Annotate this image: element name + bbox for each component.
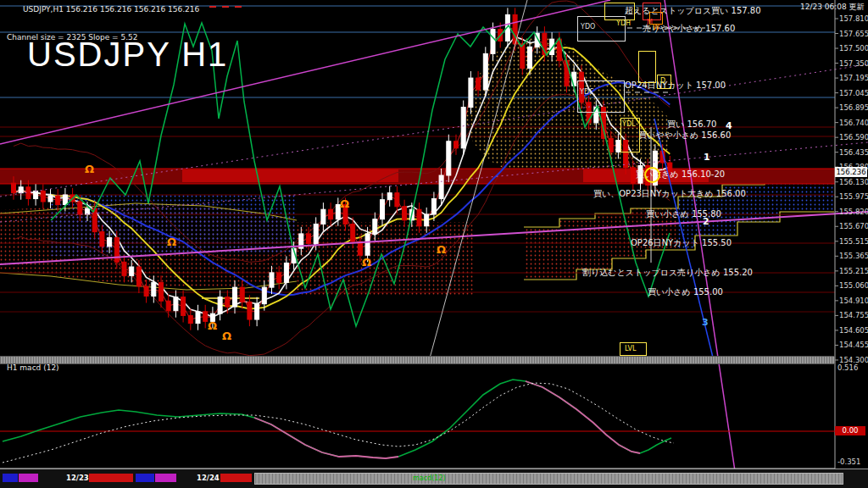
- panel-resize-handle[interactable]: [0, 356, 835, 364]
- price-tick-label: 155.670: [839, 223, 868, 230]
- price-tick-label: 156.435: [839, 149, 868, 157]
- omega-marker: Ω: [437, 243, 446, 256]
- box-label-ydh: YDH: [616, 19, 631, 27]
- price-annotation: OP26日NYカット 155.50: [631, 239, 732, 247]
- price-tick-label: 157.350: [839, 60, 868, 68]
- price-tick-label: 156.590: [839, 134, 868, 141]
- annotation-box-ydh: [604, 3, 635, 20]
- timeline-date-label: 12/23: [66, 474, 89, 482]
- price-tick-label: 154.910: [839, 297, 868, 305]
- omega-marker: Ω: [208, 319, 217, 332]
- price-annotation: 買い小さめ 155.00: [648, 288, 723, 297]
- price-tick-label: 155.215: [839, 268, 868, 275]
- session-segment: [220, 474, 252, 482]
- macd-max-label: 0.516: [837, 364, 858, 372]
- price-tick-label: 156.895: [839, 104, 868, 112]
- price-tick-label: 157.045: [839, 90, 868, 97]
- last-update-timestamp: 12/23 06:08 更新: [800, 3, 865, 11]
- trading-app-window: USDJPY,H1 156.216 156.216 156.216 156.21…: [0, 0, 868, 488]
- price-tick-label: 157.810: [839, 15, 868, 23]
- box-label-ydl: YDL: [622, 120, 636, 128]
- price-tick-label: 155.060: [839, 282, 868, 290]
- session-segment: [3, 474, 18, 482]
- price-tick-label: 154.455: [839, 341, 868, 349]
- annotation-box-ydc: [577, 80, 625, 113]
- omega-marker: Ω: [85, 163, 94, 175]
- current-price-tag: 156.236: [835, 167, 867, 177]
- wave-count-label: 3: [702, 317, 709, 328]
- omega-marker: Ω: [167, 236, 176, 248]
- price-annotation: 買い 156.70: [667, 120, 716, 129]
- price-tick-label: 155.820: [839, 208, 868, 216]
- price-tick-label: 156.130: [839, 179, 868, 186]
- annotation-box-w: [649, 12, 663, 25]
- price-tick-label: 155.515: [839, 238, 868, 246]
- price-annotation: 買いやや小さめ 156.60: [638, 131, 731, 140]
- price-annotation: 買い小さめ 155.80: [646, 210, 721, 219]
- macd-zero-tag: 0.00: [835, 426, 865, 435]
- price-tick-label: 157.655: [839, 30, 868, 38]
- macd-min-label: -0.351: [837, 458, 860, 466]
- box-label-ydc: YDC: [580, 88, 594, 96]
- timeline-date-label: 12/24: [197, 474, 220, 482]
- price-tick-label: 155.975: [839, 193, 868, 201]
- price-tick-label: 156.740: [839, 119, 868, 127]
- annotation-box: [638, 51, 656, 83]
- session-segment: [89, 474, 133, 482]
- price-tick-label: 154.755: [839, 312, 868, 319]
- omega-marker: Ω: [362, 256, 371, 269]
- macd-panel-label: H1 macd (12): [7, 364, 59, 372]
- highlight-circle-marker: [644, 167, 660, 183]
- macd-indicator-lines: [0, 380, 835, 463]
- price-tick-label: 154.605: [839, 327, 868, 335]
- wave-count-label: 2: [703, 216, 709, 227]
- wave-count-label: 4: [726, 120, 732, 131]
- box-label-w: W: [653, 24, 659, 31]
- session-segment: [19, 474, 38, 482]
- box-label-lvl: LVL: [625, 345, 637, 352]
- price-tick-label: 155.365: [839, 252, 868, 260]
- symbol-ohlc-line: USDJPY,H1 156.216 156.216 156.216 156.21…: [23, 6, 199, 14]
- session-segment: [136, 474, 154, 482]
- chart-watermark-title: USDJPY H1: [27, 37, 228, 71]
- price-annotation: 割り込むとストップロス売り小さめ 155.20: [582, 269, 753, 277]
- price-tick-label: 157.195: [839, 75, 868, 82]
- price-tick-label: 157.500: [839, 45, 868, 53]
- box-label-d: D: [660, 77, 665, 85]
- omega-marker: Ω: [222, 330, 231, 342]
- wave-count-label: 1: [704, 152, 710, 163]
- scrollbar-indicator-label: macd(12): [413, 475, 446, 482]
- horizontal-scrollbar[interactable]: macd(12): [254, 473, 843, 485]
- price-chart-canvas[interactable]: [0, 0, 868, 488]
- price-annotation: 買い、OP23日NYカット大きめ 156.00: [593, 190, 746, 198]
- omega-marker: Ω: [340, 197, 349, 210]
- box-label-ydo: YDO: [581, 23, 595, 30]
- session-segment: [155, 474, 176, 482]
